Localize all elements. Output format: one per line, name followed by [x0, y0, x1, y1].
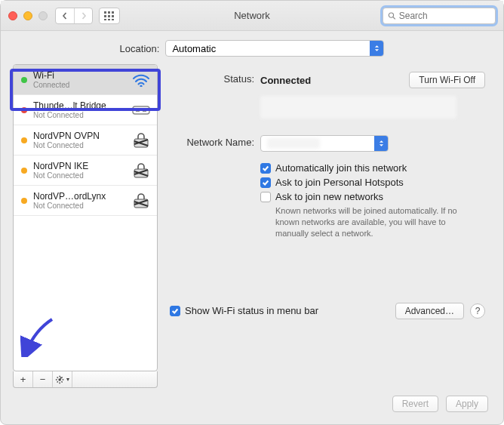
- status-label: Status:: [170, 72, 260, 85]
- vpn-lock-icon: [131, 163, 151, 178]
- network-preferences-window: Network Location: Automatic Wi-Fi: [0, 0, 504, 425]
- sidebar-item-sublabel: Not Connected: [33, 202, 125, 210]
- ask-new-checkbox[interactable]: [260, 192, 271, 202]
- sidebar-item-nordvpn-ike[interactable]: NordVPN IKE Not Connected: [14, 156, 157, 186]
- status-dot-icon: [21, 198, 27, 204]
- minimize-window-button[interactable]: [23, 11, 32, 20]
- sidebar-item-thunderbolt-bridge[interactable]: Thunde…lt Bridge Not Connected: [14, 95, 157, 125]
- window-footer: Revert Apply: [1, 388, 503, 424]
- chevron-right-icon: [80, 12, 88, 20]
- svg-point-11: [140, 85, 142, 87]
- svg-line-25: [57, 381, 58, 382]
- svg-line-10: [393, 17, 395, 19]
- help-button[interactable]: ?: [470, 303, 485, 319]
- status-dot-icon: [21, 77, 27, 83]
- sidebar-item-sublabel: Connected: [33, 81, 125, 89]
- search-icon: [388, 11, 396, 20]
- sidebar-item-sublabel: Not Connected: [33, 111, 125, 119]
- search-input[interactable]: [399, 11, 490, 21]
- ask-hotspot-checkbox[interactable]: [260, 177, 271, 188]
- apply-button[interactable]: Apply: [446, 396, 488, 412]
- sidebar-item-label: Thunde…lt Bridge: [33, 100, 125, 111]
- gear-icon: [55, 374, 66, 385]
- svg-rect-1: [108, 11, 110, 14]
- network-name-redacted: [267, 138, 320, 149]
- titlebar: Network: [1, 1, 503, 31]
- revert-button[interactable]: Revert: [392, 396, 438, 412]
- svg-rect-6: [104, 19, 106, 20]
- advanced-button[interactable]: Advanced…: [395, 303, 464, 319]
- nav-buttons: [55, 8, 93, 24]
- zoom-window-button[interactable]: [38, 11, 48, 20]
- svg-rect-4: [108, 15, 110, 17]
- location-select[interactable]: Automatic: [165, 40, 384, 57]
- svg-rect-13: [136, 109, 140, 112]
- svg-rect-5: [112, 15, 114, 17]
- wifi-icon: [131, 72, 151, 88]
- svg-line-24: [61, 381, 62, 382]
- services-sidebar-container: Wi-Fi Connected Thunde…lt Bridge Not Con…: [13, 64, 158, 388]
- select-arrows-icon: [374, 136, 388, 151]
- svg-rect-0: [104, 11, 106, 14]
- ask-hotspot-label: Ask to join Personal Hotspots: [275, 177, 404, 188]
- add-service-button[interactable]: +: [14, 371, 33, 387]
- grid-icon: [104, 11, 115, 20]
- svg-rect-3: [104, 15, 106, 17]
- show-status-label: Show Wi-Fi status in menu bar: [185, 305, 318, 316]
- select-arrows-icon: [370, 41, 383, 56]
- auto-join-checkbox[interactable]: [260, 163, 271, 174]
- services-list: Wi-Fi Connected Thunde…lt Bridge Not Con…: [13, 64, 158, 371]
- status-detail-redacted: [260, 96, 456, 119]
- network-name-label: Network Name:: [170, 135, 260, 148]
- location-value: Automatic: [172, 43, 216, 54]
- sidebar-item-sublabel: Not Connected: [33, 171, 125, 180]
- svg-rect-14: [143, 109, 146, 112]
- chevron-left-icon: [61, 12, 69, 20]
- sidebar-item-label: NordVPN IKE: [33, 161, 125, 171]
- service-actions-menu[interactable]: ▾: [53, 371, 72, 387]
- show-all-button[interactable]: [99, 8, 120, 24]
- svg-rect-12: [133, 106, 149, 114]
- sidebar-item-wifi[interactable]: Wi-Fi Connected: [14, 65, 157, 95]
- status-value: Connected: [260, 75, 311, 86]
- chevron-down-icon: ▾: [66, 376, 69, 383]
- detail-pane: Status: Connected Turn Wi-Fi Off Network…: [162, 64, 491, 388]
- sidebar-item-label: Wi-Fi: [33, 70, 125, 81]
- sidebar-item-label: NordVPN OVPN: [33, 131, 125, 141]
- sidebar-item-nordvpn-ovpn[interactable]: NordVPN OVPN Not Connected: [14, 125, 157, 156]
- sidebar-item-sublabel: Not Connected: [33, 141, 125, 149]
- ask-new-hint: Known networks will be joined automatica…: [275, 205, 479, 239]
- sidebar-item-nordvpn-lynx[interactable]: NordVP…ordLynx Not Connected: [14, 186, 157, 216]
- sidebar-item-label: NordVP…ordLynx: [33, 191, 125, 202]
- forward-button[interactable]: [74, 8, 92, 23]
- status-dot-icon: [21, 137, 27, 143]
- traffic-lights: [8, 11, 48, 20]
- close-window-button[interactable]: [8, 11, 17, 20]
- svg-rect-7: [108, 19, 110, 20]
- vpn-lock-icon: [131, 133, 151, 148]
- remove-service-button[interactable]: −: [33, 371, 53, 387]
- location-row: Location: Automatic: [1, 31, 503, 64]
- svg-line-23: [57, 377, 58, 377]
- network-name-select[interactable]: [260, 135, 389, 152]
- search-field[interactable]: [383, 8, 496, 24]
- services-toolbar: + − ▾: [13, 371, 158, 388]
- bridge-icon: [131, 103, 151, 118]
- svg-rect-2: [112, 11, 114, 14]
- svg-point-9: [389, 12, 393, 17]
- status-dot-icon: [21, 107, 27, 113]
- auto-join-label: Automatically join this network: [275, 162, 407, 174]
- ask-new-label: Ask to join new networks: [275, 191, 383, 202]
- svg-rect-8: [112, 19, 114, 20]
- wifi-toggle-button[interactable]: Turn Wi-Fi Off: [409, 72, 485, 88]
- back-button[interactable]: [56, 8, 74, 23]
- status-dot-icon: [21, 168, 27, 174]
- show-status-checkbox[interactable]: [170, 306, 180, 316]
- toolbar-spacer: [72, 371, 157, 387]
- location-label: Location:: [120, 43, 160, 54]
- vpn-lock-icon: [131, 193, 151, 208]
